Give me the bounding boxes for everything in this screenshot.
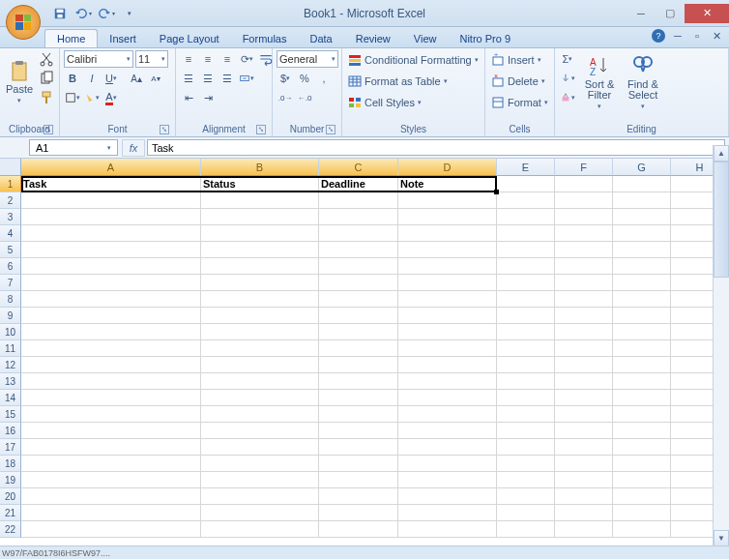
cell-F19[interactable] — [555, 472, 613, 488]
copy-icon[interactable] — [38, 70, 55, 87]
cell-D9[interactable] — [398, 308, 497, 324]
cell-B15[interactable] — [201, 406, 319, 423]
cell-G15[interactable] — [613, 406, 671, 423]
cell-B22[interactable] — [201, 521, 319, 538]
cell-G17[interactable] — [613, 439, 671, 456]
underline-button[interactable]: U▾ — [102, 70, 120, 87]
cell-E5[interactable] — [497, 242, 555, 258]
close-button[interactable]: ✕ — [685, 4, 729, 23]
tab-data[interactable]: Data — [298, 30, 343, 47]
tab-home[interactable]: Home — [44, 29, 98, 47]
doc-restore-icon[interactable]: ▫ — [690, 29, 704, 43]
cell-D11[interactable] — [398, 340, 497, 357]
cell-C12[interactable] — [319, 357, 398, 373]
cell-B4[interactable] — [201, 225, 319, 242]
tab-nitro[interactable]: Nitro Pro 9 — [448, 30, 522, 47]
qat-customize-icon[interactable]: ▾ — [120, 4, 139, 23]
border-icon[interactable]: ▾ — [64, 89, 81, 106]
cell-F20[interactable] — [555, 488, 613, 505]
cell-E10[interactable] — [497, 324, 555, 340]
cell-A9[interactable] — [21, 308, 201, 324]
row-header-20[interactable]: 20 — [0, 488, 21, 505]
align-center-icon[interactable]: ☰ — [199, 70, 217, 87]
conditional-formatting-button[interactable]: Conditional Formatting▾ — [346, 50, 481, 70]
cell-A6[interactable] — [21, 258, 201, 275]
sort-filter-button[interactable]: AZ Sort & Filter▾ — [579, 50, 620, 114]
cell-G3[interactable] — [613, 209, 671, 225]
cell-G16[interactable] — [613, 423, 671, 439]
cell-A2[interactable] — [21, 192, 201, 209]
row-header-4[interactable]: 4 — [0, 225, 21, 242]
cell-D20[interactable] — [398, 488, 497, 505]
cell-E11[interactable] — [497, 340, 555, 357]
row-header-7[interactable]: 7 — [0, 275, 21, 291]
bold-button[interactable]: B — [64, 70, 81, 87]
align-right-icon[interactable]: ☰ — [219, 70, 236, 87]
increase-indent-icon[interactable]: ⇥ — [199, 89, 217, 106]
cell-A12[interactable] — [21, 357, 201, 373]
row-header-15[interactable]: 15 — [0, 406, 21, 423]
cell-A18[interactable] — [21, 456, 201, 472]
cell-A22[interactable] — [21, 521, 201, 538]
cell-G6[interactable] — [613, 258, 671, 275]
col-header-B[interactable]: B — [201, 159, 319, 176]
shrink-font-icon[interactable]: A▾ — [147, 70, 164, 87]
cell-E6[interactable] — [497, 258, 555, 275]
cell-B21[interactable] — [201, 505, 319, 521]
cell-F21[interactable] — [555, 505, 613, 521]
cell-B20[interactable] — [201, 488, 319, 505]
cell-G9[interactable] — [613, 308, 671, 324]
font-color-icon[interactable]: A▾ — [102, 89, 120, 106]
row-header-10[interactable]: 10 — [0, 324, 21, 340]
cell-D12[interactable] — [398, 357, 497, 373]
cell-F4[interactable] — [555, 225, 613, 242]
row-header-19[interactable]: 19 — [0, 472, 21, 488]
paste-button[interactable]: Paste ▾ — [4, 50, 35, 114]
cell-C21[interactable] — [319, 505, 398, 521]
cell-E4[interactable] — [497, 225, 555, 242]
cell-B2[interactable] — [201, 192, 319, 209]
cell-C1[interactable]: Deadline — [319, 176, 398, 192]
cell-B17[interactable] — [201, 439, 319, 456]
cell-G12[interactable] — [613, 357, 671, 373]
vertical-scrollbar[interactable]: ▲ ▼ — [713, 145, 729, 546]
grow-font-icon[interactable]: A▴ — [128, 70, 145, 87]
cell-E13[interactable] — [497, 373, 555, 390]
cell-E8[interactable] — [497, 291, 555, 308]
cell-A1[interactable]: Task — [21, 176, 201, 192]
doc-close-icon[interactable]: ✕ — [710, 29, 723, 43]
cell-A16[interactable] — [21, 423, 201, 439]
insert-cells-button[interactable]: +Insert▾ — [489, 50, 543, 70]
cell-A21[interactable] — [21, 505, 201, 521]
cell-G8[interactable] — [613, 291, 671, 308]
cell-E16[interactable] — [497, 423, 555, 439]
col-header-A[interactable]: A — [21, 159, 201, 176]
cell-E1[interactable] — [497, 176, 555, 192]
cell-A20[interactable] — [21, 488, 201, 505]
cell-C3[interactable] — [319, 209, 398, 225]
row-header-17[interactable]: 17 — [0, 439, 21, 456]
cell-B8[interactable] — [201, 291, 319, 308]
row-header-14[interactable]: 14 — [0, 390, 21, 406]
cell-A7[interactable] — [21, 275, 201, 291]
number-format-combo[interactable]: General▾ — [277, 50, 338, 68]
cell-G2[interactable] — [613, 192, 671, 209]
col-header-G[interactable]: G — [613, 159, 671, 176]
cell-E22[interactable] — [497, 521, 555, 538]
cell-B16[interactable] — [201, 423, 319, 439]
tab-pagelayout[interactable]: Page Layout — [148, 30, 231, 47]
cell-C15[interactable] — [319, 406, 398, 423]
cell-D18[interactable] — [398, 456, 497, 472]
cell-C18[interactable] — [319, 456, 398, 472]
cell-F1[interactable] — [555, 176, 613, 192]
font-dialog-icon[interactable]: ⤡ — [160, 125, 169, 134]
cell-A3[interactable] — [21, 209, 201, 225]
cell-F7[interactable] — [555, 275, 613, 291]
cell-D14[interactable] — [398, 390, 497, 406]
cell-B1[interactable]: Status — [201, 176, 319, 192]
cell-B7[interactable] — [201, 275, 319, 291]
cell-F13[interactable] — [555, 373, 613, 390]
help-icon[interactable]: ? — [652, 29, 665, 43]
cell-F16[interactable] — [555, 423, 613, 439]
cell-A5[interactable] — [21, 242, 201, 258]
